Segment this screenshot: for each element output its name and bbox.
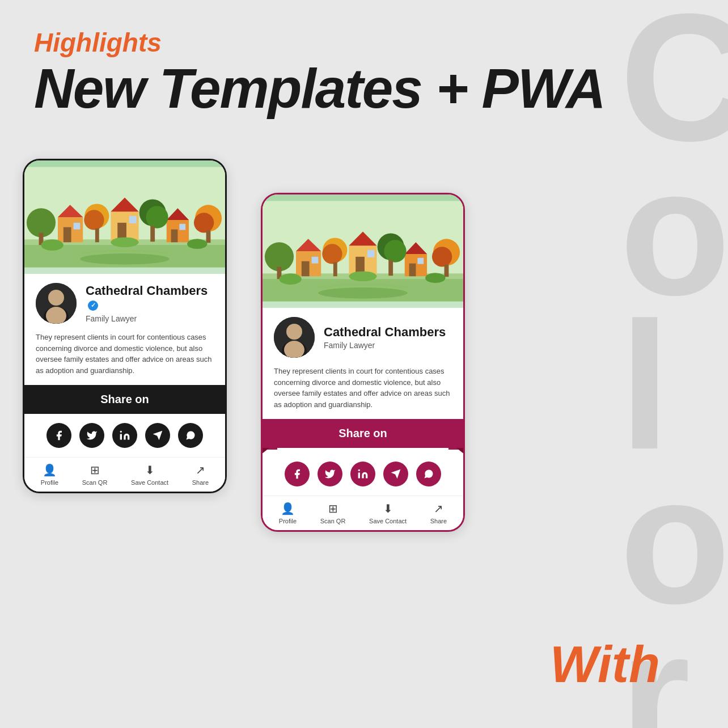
bottom-nav-maroon: 👤 Profile ⊞ Scan QR ⬇ Save Contact ↗ Sha… bbox=[263, 496, 463, 530]
phone-card-maroon: Cathedral Chambers Family Lawyer They re… bbox=[261, 193, 465, 532]
save-nav-icon-black: ⬇ bbox=[145, 463, 155, 477]
share-on-bar-maroon: Share on bbox=[261, 419, 465, 448]
svg-point-62 bbox=[280, 273, 302, 285]
avatar-black bbox=[36, 283, 77, 324]
svg-point-19 bbox=[84, 210, 104, 230]
profile-nav-icon-maroon: 👤 bbox=[281, 502, 295, 515]
svg-point-25 bbox=[194, 213, 214, 232]
facebook-icon-maroon[interactable] bbox=[285, 462, 310, 486]
linkedin-icon-maroon[interactable] bbox=[350, 462, 375, 486]
share-on-bar-black: Share on bbox=[24, 385, 225, 414]
svg-rect-11 bbox=[129, 216, 137, 223]
svg-rect-42 bbox=[312, 257, 319, 264]
main-title: New Templates + PWA bbox=[34, 60, 605, 118]
whatsapp-icon-black[interactable] bbox=[178, 423, 203, 448]
svg-point-3 bbox=[80, 253, 169, 265]
share-nav-icon-black: ↗ bbox=[196, 463, 205, 477]
twitter-icon-maroon[interactable] bbox=[318, 462, 342, 486]
save-nav-icon-maroon: ⬇ bbox=[383, 502, 393, 515]
phones-container: Cathedral Chambers Family Lawyer They re… bbox=[23, 159, 465, 532]
svg-point-28 bbox=[187, 239, 207, 249]
whatsapp-icon-maroon[interactable] bbox=[416, 462, 441, 486]
nav-profile-black[interactable]: 👤 Profile bbox=[41, 463, 58, 486]
facebook-icon-black[interactable] bbox=[46, 423, 71, 448]
profile-info-black: Cathedral Chambers Family Lawyer bbox=[86, 283, 214, 324]
social-icons-black bbox=[24, 414, 225, 457]
svg-point-60 bbox=[432, 247, 452, 266]
nav-share-black[interactable]: ↗ Share bbox=[192, 463, 209, 486]
svg-point-57 bbox=[384, 240, 406, 262]
profile-section-maroon: Cathedral Chambers Family Lawyer bbox=[263, 308, 463, 363]
highlights-label: Highlights bbox=[34, 28, 605, 57]
with-text: With bbox=[550, 636, 660, 694]
svg-rect-46 bbox=[367, 250, 375, 257]
svg-point-29 bbox=[111, 237, 138, 247]
svg-point-34 bbox=[120, 431, 122, 433]
nav-scanqr-black[interactable]: ⊞ Scan QR bbox=[82, 463, 108, 486]
svg-point-63 bbox=[425, 273, 445, 283]
twitter-icon-black[interactable] bbox=[79, 423, 104, 448]
nav-share-maroon[interactable]: ↗ Share bbox=[430, 502, 447, 524]
svg-point-31 bbox=[48, 290, 64, 306]
svg-point-66 bbox=[286, 324, 302, 340]
svg-rect-20 bbox=[95, 228, 99, 243]
svg-rect-6 bbox=[64, 227, 71, 243]
share-nav-icon-maroon: ↗ bbox=[434, 502, 443, 515]
profile-role-black: Family Lawyer bbox=[86, 314, 214, 323]
svg-point-69 bbox=[358, 469, 360, 471]
svg-rect-50 bbox=[417, 258, 424, 264]
svg-point-64 bbox=[349, 271, 376, 281]
avatar-maroon bbox=[274, 317, 315, 358]
svg-rect-61 bbox=[445, 265, 449, 277]
telegram-icon-maroon[interactable] bbox=[383, 462, 408, 486]
linkedin-icon-black[interactable] bbox=[112, 423, 137, 448]
svg-rect-47 bbox=[405, 254, 427, 276]
telegram-icon-black[interactable] bbox=[145, 423, 170, 448]
qr-nav-icon-maroon: ⊞ bbox=[328, 502, 338, 515]
profile-role-maroon: Family Lawyer bbox=[324, 341, 446, 350]
background-colors-text: C o l o r s bbox=[620, 0, 728, 728]
nav-profile-maroon[interactable]: 👤 Profile bbox=[279, 502, 297, 524]
svg-rect-55 bbox=[333, 263, 337, 277]
svg-rect-14 bbox=[171, 230, 178, 243]
verified-badge-black bbox=[88, 300, 98, 311]
header: Highlights New Templates + PWA bbox=[34, 28, 605, 117]
nav-scanqr-maroon[interactable]: ⊞ Scan QR bbox=[320, 502, 346, 524]
svg-rect-23 bbox=[150, 226, 155, 242]
svg-point-22 bbox=[146, 206, 168, 228]
profile-bio-black: They represent clients in court for cont… bbox=[24, 329, 225, 385]
profile-name-black: Cathedral Chambers bbox=[86, 283, 214, 314]
qr-nav-icon-black: ⊞ bbox=[90, 463, 100, 477]
illustration-black bbox=[24, 160, 225, 274]
profile-name-maroon: Cathedral Chambers bbox=[324, 325, 446, 340]
illustration-maroon bbox=[263, 194, 463, 308]
svg-point-54 bbox=[322, 244, 342, 264]
page: C o l o r s Highlights New Templates + P… bbox=[0, 0, 728, 728]
profile-nav-icon-black: 👤 bbox=[43, 463, 57, 477]
svg-rect-7 bbox=[74, 223, 81, 230]
svg-rect-49 bbox=[409, 264, 416, 277]
nav-savecontact-maroon[interactable]: ⬇ Save Contact bbox=[369, 502, 407, 524]
svg-rect-12 bbox=[167, 220, 189, 242]
social-icons-maroon bbox=[263, 452, 463, 496]
svg-rect-41 bbox=[302, 261, 310, 277]
profile-section-black: Cathedral Chambers Family Lawyer bbox=[24, 274, 225, 329]
phone-card-black: Cathedral Chambers Family Lawyer They re… bbox=[23, 159, 227, 493]
svg-rect-58 bbox=[388, 260, 393, 276]
svg-rect-15 bbox=[179, 224, 185, 230]
profile-bio-maroon: They represent clients in court for cont… bbox=[263, 363, 463, 419]
nav-savecontact-black[interactable]: ⬇ Save Contact bbox=[131, 463, 168, 486]
svg-point-27 bbox=[41, 239, 64, 251]
bottom-nav-black: 👤 Profile ⊞ Scan QR ⬇ Save Contact ↗ Sha… bbox=[24, 457, 225, 492]
profile-info-maroon: Cathedral Chambers Family Lawyer bbox=[324, 325, 446, 350]
svg-rect-26 bbox=[206, 231, 211, 243]
svg-point-38 bbox=[318, 287, 407, 299]
